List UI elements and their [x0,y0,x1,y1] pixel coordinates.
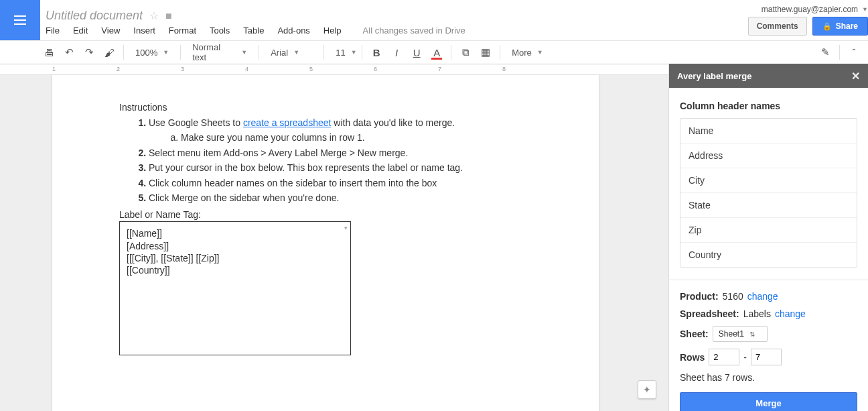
zoom-dropdown[interactable]: 100% ▼ [129,44,175,61]
menu-tools[interactable]: Tools [210,25,230,36]
spreadsheet-change-link[interactable]: change [775,308,806,319]
step1-post: with data you'd like to merge. [331,117,455,128]
redo-icon[interactable]: ↷ [80,44,98,61]
product-value: 5160 [723,291,743,302]
chevron-down-icon: ▼ [293,49,299,56]
menu-addons[interactable]: Add-ons [277,25,309,36]
column-item[interactable]: Address [680,143,857,168]
menu-file[interactable]: File [46,25,60,36]
paint-format-icon[interactable]: 🖌 [100,44,118,61]
ruler[interactable]: 1 2 3 4 5 6 7 8 [0,64,668,75]
chevron-down-icon[interactable]: ▾ [344,225,348,233]
print-icon[interactable]: 🖶 [40,44,58,61]
menu-insert[interactable]: Insert [133,25,155,36]
menu-format[interactable]: Format [169,25,196,36]
sidebar-title: Avery label merge [677,71,752,81]
separator [323,45,324,60]
separator [123,45,124,60]
rows-label: Rows [680,352,705,363]
column-item[interactable]: State [680,193,857,218]
ruler-tick: 8 [502,66,506,72]
label-line: [[Name]] [127,227,344,239]
divider [669,280,868,280]
sheet-select[interactable]: Sheet1 ⇅ [713,326,768,342]
underline-button[interactable]: U [408,44,425,61]
instruction-substep: Make sure you name your columns in row 1… [181,130,532,145]
chevron-up-icon[interactable]: ˆ [845,44,863,61]
undo-icon[interactable]: ↶ [60,44,78,61]
rows-to-input[interactable] [751,349,782,365]
menu-view[interactable]: View [101,25,120,36]
insert-comment-icon[interactable]: ▦ [477,44,494,61]
separator [839,45,840,60]
zoom-value: 100% [135,48,157,58]
chevron-down-icon: ▼ [241,49,247,56]
separator [451,45,451,60]
column-item[interactable]: Name [680,119,857,143]
folder-icon[interactable]: ■ [165,10,172,22]
chevron-updown-icon: ⇅ [749,331,755,338]
ruler-tick: 3 [181,66,184,72]
column-item[interactable]: City [680,168,857,193]
ruler-tick: 5 [309,66,313,72]
rows-from-input[interactable] [709,349,739,365]
ruler-tick: 1 [52,66,56,72]
style-value: Normal text [192,42,236,62]
star-icon[interactable]: ☆ [149,9,159,22]
instruction-step: Click column header names on the sidebar… [149,176,532,190]
ruler-tick: 6 [374,66,377,72]
font-dropdown[interactable]: Arial ▼ [265,44,318,61]
label-line: [[Country]] [127,264,344,276]
bold-button[interactable]: B [368,44,385,61]
separator [180,45,181,60]
close-icon[interactable]: ✕ [851,70,860,82]
spreadsheet-label: Spreadsheet: [680,308,739,319]
share-button[interactable]: 🔒 Share [812,17,868,36]
ruler-tick: 7 [438,66,441,72]
document-canvas[interactable]: 1 2 3 4 5 6 7 8 Instructions Use Google … [0,64,668,411]
document-title[interactable]: Untitled document [46,9,143,23]
style-dropdown[interactable]: Normal text ▼ [186,44,253,61]
rows-note: Sheet has 7 rows. [680,372,857,383]
menu-table[interactable]: Table [243,25,264,36]
instruction-step: Click Merge on the sidebar when you're d… [149,190,532,205]
sheet-label: Sheet: [680,329,709,339]
step1-pre: Use Google Sheets to [149,117,243,128]
menu-icon [14,15,26,25]
more-label: More [512,48,532,58]
addon-sidebar: Avery label merge ✕ Column header names … [668,64,868,411]
chevron-down-icon: ▼ [537,49,543,56]
more-dropdown[interactable]: More ▼ [506,44,549,61]
save-status: All changes saved in Drive [363,25,465,36]
merge-button[interactable]: Merge [680,392,857,411]
menu-help[interactable]: Help [323,25,342,36]
insert-link-icon[interactable]: ⧉ [457,44,474,61]
text-color-button[interactable]: A [428,44,445,61]
docs-logo[interactable] [0,0,40,40]
editing-mode-icon[interactable]: ✎ [816,44,834,61]
column-item[interactable]: Country [680,243,857,267]
column-list: Name Address City State Zip Country [680,118,857,268]
menu-edit[interactable]: Edit [73,25,88,36]
product-change-link[interactable]: change [747,291,778,302]
fontsize-dropdown[interactable]: 11 ▼ [330,44,356,61]
explore-button[interactable]: ✦ [638,380,656,399]
italic-button[interactable]: I [388,44,405,61]
label-template-box[interactable]: ▾ [[Name]] [Address]] [[[City]], [[State… [119,221,351,355]
label-line: [[[City]], [[State]] [[Zip]] [127,252,344,264]
fontsize-value: 11 [336,48,345,58]
rows-separator: - [743,352,747,363]
comments-button[interactable]: Comments [748,17,807,36]
column-headers-title: Column header names [680,101,857,111]
ruler-tick: 2 [117,66,120,72]
ruler-tick: 4 [245,66,248,72]
lock-icon: 🔒 [822,22,832,31]
share-label: Share [836,21,858,31]
user-account[interactable]: matthew.guay@zapier.com ▼ [762,5,868,14]
separator [362,45,362,60]
page[interactable]: Instructions Use Google Sheets to create… [52,75,599,411]
chevron-down-icon: ▼ [163,49,169,56]
column-item[interactable]: Zip [680,218,857,243]
instructions-heading: Instructions [119,102,532,113]
create-spreadsheet-link[interactable]: create a spreadsheet [243,117,332,128]
